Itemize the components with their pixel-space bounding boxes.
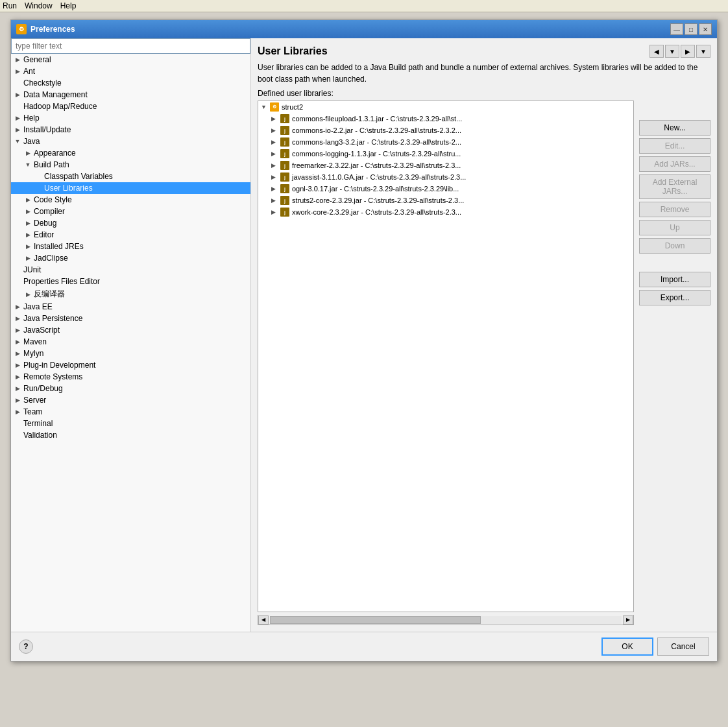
menu-run[interactable]: Run: [3, 1, 17, 10]
menu-help[interactable]: Help: [60, 1, 77, 10]
taskbar: Run Window Help: [0, 0, 728, 12]
menu-window[interactable]: Window: [25, 1, 53, 10]
